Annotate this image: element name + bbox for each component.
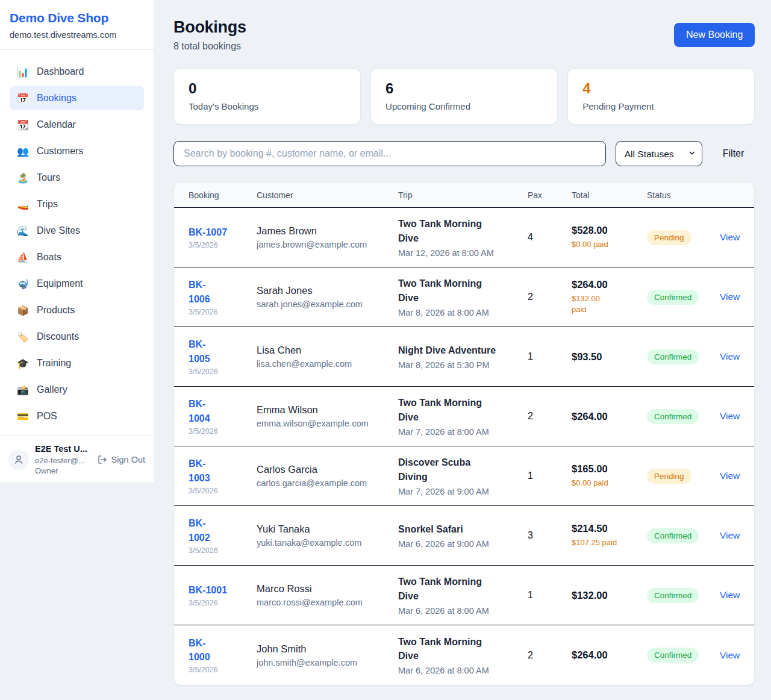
sidebar-item-gallery[interactable]: 📸 Gallery [10,378,144,402]
filter-row: All Statuses Filter [173,141,755,166]
col-header-pax: Pax [528,190,572,200]
customer-name: Lisa Chen [257,345,398,356]
sidebar-item-dashboard[interactable]: 📊 Dashboard [10,60,144,84]
view-link[interactable]: View [720,411,740,421]
pax-count: 2 [528,411,572,422]
trip-cell: Two Tank Morning Dive Mar 7, 2026 at 8:0… [398,396,528,436]
page-header: Bookings 8 total bookings New Booking [173,18,755,52]
trip-cell: Snorkel Safari Mar 6, 2026 at 9:00 AM [398,522,528,549]
total-cell: $132.00 [572,590,647,601]
col-header-trip: Trip [398,190,528,200]
view-link[interactable]: View [720,470,740,481]
user-email: e2e-tester@... [35,455,87,466]
sign-out-button[interactable]: Sign Out [98,455,145,464]
status-badge: Confirmed [647,528,699,543]
pax-count: 3 [528,530,572,541]
sidebar-item-calendar[interactable]: 📆 Calendar [10,113,144,137]
trip-name: Two Tank Morning Dive [398,635,528,663]
trip-name: Two Tank Morning Dive [398,575,528,602]
pax-count: 1 [528,351,572,362]
view-link[interactable]: View [720,351,740,361]
total-amount: $264.00 [572,649,647,661]
sidebar-item-label: Boats [37,252,61,263]
sidebar-item-dive-sites[interactable]: 🌊 Dive Sites [10,219,144,243]
sidebar-item-discounts[interactable]: 🏷️ Discounts [10,325,144,349]
trip-cell: Two Tank Morning Dive Mar 8, 2026 at 8:0… [398,277,528,317]
total-cell: $214.50 $107.25 paid [572,523,647,548]
booking-id-link[interactable]: BK-1001 [189,583,257,597]
booking-date: 3/5/2026 [189,666,257,674]
sidebar-item-products[interactable]: 📦 Products [10,298,144,322]
total-cell: $264.00 [572,649,647,661]
sidebar-item-label: Gallery [37,384,67,395]
col-header-booking: Booking [189,190,257,200]
booking-id-link[interactable]: BK- 1000 [189,636,257,664]
view-link[interactable]: View [720,530,740,540]
view-link[interactable]: View [720,232,740,242]
sidebar-item-customers[interactable]: 👥 Customers [10,139,144,163]
customer-name: James Brown [257,225,398,237]
table-row: BK-1001 3/5/2026 Marco Rossi marco.rossi… [174,566,754,625]
total-amount: $132.00 [572,590,647,601]
booking-id-link[interactable]: BK- 1003 [189,457,257,484]
view-link[interactable]: View [720,650,740,660]
table-row: BK- 1000 3/5/2026 John Smith john.smith@… [174,625,754,685]
sidebar-item-label: Dive Sites [37,225,80,236]
customer-cell: James Brown james.brown@example.com [257,225,398,249]
booking-date: 3/5/2026 [189,546,257,555]
status-select-wrap: All Statuses [616,141,702,166]
brand-domain: demo.test.divestreams.com [10,30,144,40]
sign-out-label: Sign Out [111,455,145,464]
table-header-row: Booking Customer Trip Pax Total Status [174,183,754,208]
customer-email: emma.wilson@example.com [257,419,398,428]
trip-datetime: Mar 7, 2026 at 8:00 AM [398,427,528,437]
paid-amount: $107.25 paid [572,537,647,548]
sidebar-item-equipment[interactable]: 🤿 Equipment [10,272,144,296]
paid-amount: $132.00 paid [572,293,647,315]
sidebar-item-training[interactable]: 🎓 Training [10,351,144,375]
sidebar-item-tours[interactable]: 🏝️ Tours [10,166,144,190]
sidebar-item-label: POS [37,411,57,422]
sidebar-item-trips[interactable]: 🚤 Trips [10,192,144,216]
filter-button[interactable]: Filter [712,141,755,166]
status-select[interactable]: All Statuses [616,141,702,166]
avatar [8,449,29,470]
stat-card-todays-bookings: 0 Today's Bookings [173,68,361,125]
sidebar-item-bookings[interactable]: 📅 Bookings [10,86,144,110]
user-role: Owner [35,466,87,477]
actions-cell: View [720,470,740,481]
trip-name: Night Dive Adventure [398,343,528,357]
booking-id-link[interactable]: BK- 1002 [189,516,257,544]
bar-chart-icon: 📊 [17,66,29,78]
customer-name: Yuki Tanaka [257,523,398,535]
booking-id-link[interactable]: BK- 1006 [189,278,257,305]
booking-date: 3/5/2026 [189,367,257,376]
island-icon: 🏝️ [17,172,29,184]
booking-id-link[interactable]: BK-1007 [189,225,257,239]
total-amount: $214.50 [572,523,647,534]
search-input[interactable] [173,141,606,166]
sidebar-item-boats[interactable]: ⛵ Boats [10,245,144,269]
booking-date: 3/5/2026 [189,599,257,607]
customer-cell: Emma Wilson emma.wilson@example.com [257,404,398,428]
total-cell: $93.50 [572,351,647,363]
customer-email: james.brown@example.com [257,240,398,249]
view-link[interactable]: View [720,590,740,600]
sidebar-item-label: Discounts [37,331,79,342]
bookings-table-body: BK-1007 3/5/2026 James Brown james.brown… [174,208,754,685]
status-badge: Confirmed [647,648,699,663]
trip-name: Two Tank Morning Dive [398,277,528,304]
booking-id-link[interactable]: BK- 1005 [189,337,257,365]
new-booking-button[interactable]: New Booking [674,23,755,47]
sidebar-item-label: Products [37,305,75,316]
actions-cell: View [720,650,740,661]
booking-cell: BK-1007 3/5/2026 [189,225,257,249]
sidebar-item-label: Customers [37,146,83,157]
col-header-customer: Customer [257,190,398,200]
sidebar-item-label: Equipment [37,278,83,289]
customer-email: carlos.garcia@example.com [257,478,398,488]
sidebar-item-pos[interactable]: 💳 POS [10,404,144,428]
view-link[interactable]: View [720,292,740,302]
bookings-table: Booking Customer Trip Pax Total Status B… [173,182,755,686]
booking-id-link[interactable]: BK- 1004 [189,397,257,425]
